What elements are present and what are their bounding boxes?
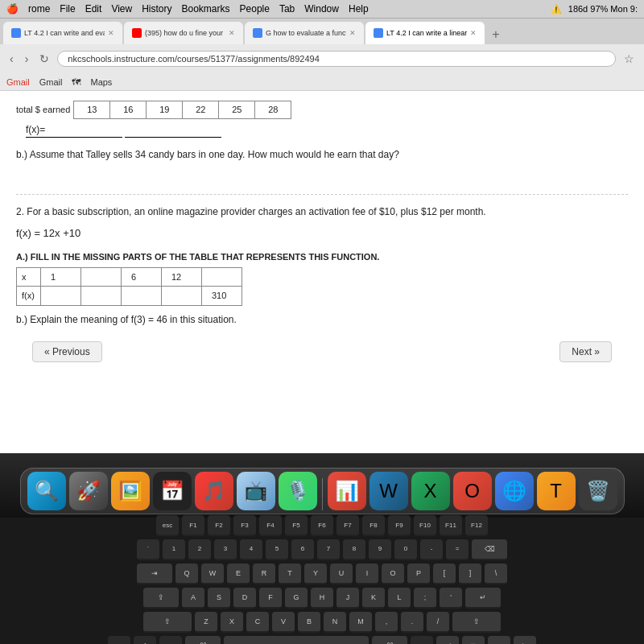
key-f11[interactable]: F11 xyxy=(440,515,462,536)
key-esc[interactable]: esc xyxy=(156,515,179,536)
key-r[interactable]: R xyxy=(253,564,275,584)
dock-tv[interactable]: 📺 xyxy=(237,472,275,510)
key-i[interactable]: I xyxy=(356,564,378,584)
fx-answer[interactable] xyxy=(125,122,221,138)
reload-button[interactable]: ↻ xyxy=(36,51,52,67)
menu-tab[interactable]: Tab xyxy=(279,3,295,14)
key-0[interactable]: 0 xyxy=(394,539,417,560)
key-f[interactable]: F xyxy=(259,588,282,609)
new-tab-button[interactable]: + xyxy=(486,25,506,44)
key-o[interactable]: O xyxy=(382,564,404,584)
forward-button[interactable]: › xyxy=(22,51,32,67)
key-backtick[interactable]: ` xyxy=(137,539,159,560)
bookmark-maps-label[interactable]: Maps xyxy=(90,77,112,87)
key-l[interactable]: L xyxy=(388,588,411,609)
table-cell-fx-3[interactable] xyxy=(122,287,162,306)
bookmark-gmail-label[interactable]: Gmail xyxy=(39,77,63,87)
key-h[interactable]: H xyxy=(311,588,333,609)
key-2[interactable]: 2 xyxy=(188,539,211,560)
bookmark-gmail[interactable]: Gmail xyxy=(6,77,30,87)
key-3[interactable]: 3 xyxy=(214,539,237,560)
dock-photos[interactable]: 🖼️ xyxy=(111,472,150,510)
tab-3[interactable]: G how to evaluate a function fro ✕ xyxy=(245,22,364,44)
key-lcmd[interactable]: ⌘ xyxy=(185,636,221,644)
table-cell-fx-4[interactable] xyxy=(162,287,202,306)
back-button[interactable]: ‹ xyxy=(6,51,17,67)
key-tab[interactable]: ⇥ xyxy=(137,564,172,584)
key-n[interactable]: N xyxy=(324,612,346,633)
next-button[interactable]: Next » xyxy=(559,341,612,362)
table-cell-x-2[interactable] xyxy=(81,267,122,287)
bookmark-button[interactable]: ☆ xyxy=(621,51,638,67)
key-f1[interactable]: F1 xyxy=(182,515,204,536)
dock-music[interactable]: 🎵 xyxy=(195,472,233,510)
key-semicolon[interactable]: ; xyxy=(414,588,436,609)
key-f10[interactable]: F10 xyxy=(414,515,436,536)
key-fn[interactable]: fn xyxy=(108,636,130,644)
key-f4[interactable]: F4 xyxy=(259,515,282,536)
key-f6[interactable]: F6 xyxy=(311,515,333,536)
key-space[interactable] xyxy=(224,636,369,644)
key-5[interactable]: 5 xyxy=(266,539,288,560)
menu-edit[interactable]: Edit xyxy=(85,3,102,14)
menu-view[interactable]: View xyxy=(111,3,132,14)
dock-podcast[interactable]: 🎙️ xyxy=(279,472,317,510)
key-y[interactable]: Y xyxy=(304,564,327,584)
key-enter[interactable]: ↵ xyxy=(465,588,501,609)
table-cell-x-5[interactable] xyxy=(202,267,242,287)
key-1[interactable]: 1 xyxy=(163,539,185,560)
dock-calendar[interactable]: 📅 xyxy=(153,472,192,510)
dock-teams[interactable]: T xyxy=(537,472,576,510)
key-v[interactable]: V xyxy=(272,612,295,633)
key-lalt[interactable]: ⌥ xyxy=(159,636,182,644)
key-backspace[interactable]: ⌫ xyxy=(472,539,507,560)
table-cell-fx-1[interactable] xyxy=(41,287,81,306)
key-lshift[interactable]: ⇧ xyxy=(143,612,192,633)
key-a[interactable]: A xyxy=(182,588,204,609)
key-q[interactable]: Q xyxy=(175,564,198,584)
key-f7[interactable]: F7 xyxy=(336,515,359,536)
table-cell-x-3[interactable]: 6 xyxy=(122,267,162,287)
key-slash[interactable]: / xyxy=(427,612,449,633)
menu-file[interactable]: File xyxy=(60,3,75,14)
table-cell-x-4[interactable]: 12 xyxy=(162,267,202,287)
key-down[interactable]: ▼ xyxy=(462,636,485,644)
table-cell-fx-5[interactable]: 310 xyxy=(202,287,242,306)
key-right[interactable]: ▶ xyxy=(514,636,536,644)
dock-launchpad[interactable]: 🚀 xyxy=(69,472,108,510)
dock-word[interactable]: W xyxy=(369,472,408,510)
dock-outlook[interactable]: O xyxy=(453,472,492,510)
key-backslash[interactable]: \ xyxy=(485,564,507,584)
key-f8[interactable]: F8 xyxy=(362,515,385,536)
key-d[interactable]: D xyxy=(233,588,256,609)
key-capslock[interactable]: ⇪ xyxy=(143,588,179,609)
key-m[interactable]: M xyxy=(349,612,372,633)
key-z[interactable]: Z xyxy=(195,612,217,633)
key-rcmd[interactable]: ⌘ xyxy=(372,636,407,644)
key-ctrl[interactable]: ⌃ xyxy=(134,636,156,644)
dock-chrome[interactable]: 🌐 xyxy=(495,472,534,510)
previous-button[interactable]: « Previous xyxy=(32,341,102,362)
tab-1[interactable]: LT 4.2 I can write and evaluate ✕ xyxy=(3,22,122,44)
table-cell-x-1[interactable]: 1 xyxy=(41,267,81,287)
key-e[interactable]: E xyxy=(227,564,250,584)
key-g[interactable]: G xyxy=(285,588,308,609)
key-8[interactable]: 8 xyxy=(343,539,365,560)
tab-close-1[interactable]: ✕ xyxy=(108,29,114,37)
key-6[interactable]: 6 xyxy=(291,539,314,560)
key-x[interactable]: X xyxy=(221,612,243,633)
key-up[interactable]: ▲ xyxy=(488,636,510,644)
key-f3[interactable]: F3 xyxy=(233,515,256,536)
key-rshift[interactable]: ⇧ xyxy=(452,612,501,633)
key-c[interactable]: C xyxy=(246,612,269,633)
menu-help[interactable]: Help xyxy=(349,3,369,14)
menu-people[interactable]: People xyxy=(240,3,270,14)
key-4[interactable]: 4 xyxy=(240,539,262,560)
key-u[interactable]: U xyxy=(330,564,353,584)
key-s[interactable]: S xyxy=(208,588,230,609)
dock-excel[interactable]: X xyxy=(411,472,450,510)
tab-2[interactable]: (395) how do u fine your (f) on ✕ xyxy=(124,22,243,44)
key-equal[interactable]: = xyxy=(446,539,469,560)
apple-menu[interactable]: 🍎 xyxy=(6,3,19,14)
key-period[interactable]: . xyxy=(401,612,423,633)
